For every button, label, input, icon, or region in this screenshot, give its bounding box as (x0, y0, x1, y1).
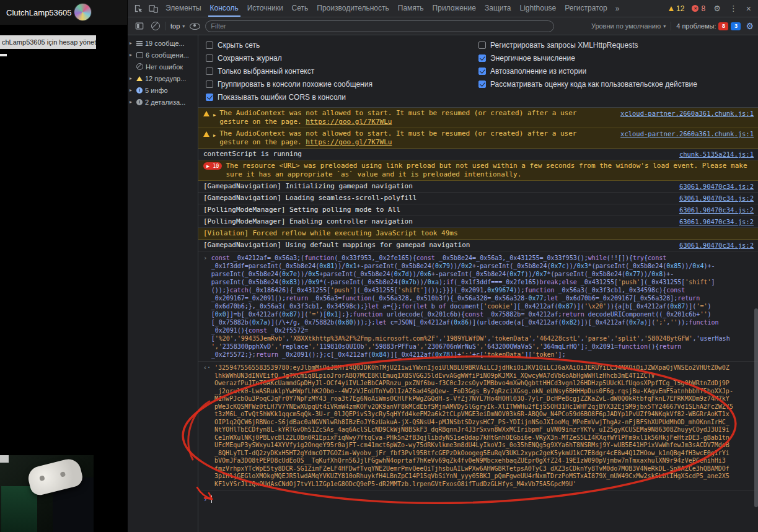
devtools-close-icon[interactable]: × (743, 4, 755, 14)
inline-link[interactable]: https://goo.gl/7K7WLu (306, 118, 392, 126)
console-message: [GamepadNavigation] Loading seamless-scr… (198, 193, 758, 204)
errors-badge[interactable]: × 8 (689, 4, 708, 13)
console-setting[interactable]: Показывать ошибки CORS в консоли (206, 90, 472, 103)
source-link[interactable]: xcloud-partner.2660a361.chunk.js:1 (620, 129, 754, 138)
expander-icon: ▸ (130, 87, 134, 93)
device-toolbar-icon[interactable] (146, 4, 160, 13)
console-prompt[interactable]: › (198, 491, 758, 507)
scrollbar-thumb[interactable] (754, 308, 758, 507)
setting-label: Скрыть сеть (218, 41, 260, 50)
live-expression-icon[interactable] (190, 23, 200, 30)
devtools-kebab-menu-icon[interactable]: ⋮ (726, 4, 741, 13)
console-setting[interactable]: Автозаполнение из истории (478, 64, 758, 77)
code-line: _0x6d70b6;},_0x56a3(_0x3f3cb1,_0x34598c)… (211, 302, 754, 310)
inspect-icon[interactable] (131, 4, 145, 13)
sidebar-filter-user[interactable]: ▸6 сообщени... (128, 49, 198, 61)
token-line: lhkWWhUN3dINVEifQ.JgTXCmiq8LpioJrorABQ7M… (214, 372, 754, 380)
sidebar-filter-info[interactable]: ▸i5 инфо (128, 84, 198, 96)
checkbox-unchecked[interactable] (206, 81, 213, 88)
sidebar-filter-warning[interactable]: ▸12 предупр... (128, 72, 198, 84)
checkbox-checked[interactable] (478, 68, 486, 75)
checkbox-checked[interactable] (206, 94, 213, 101)
tab-2[interactable]: Консоль (206, 0, 243, 17)
token-line: t3zM6L_oTvQt5hWKk1qqcm5qQk-3U-r_0lJQEPiv… (214, 411, 754, 419)
filter-input[interactable] (205, 20, 554, 32)
sidebar-filter-list[interactable]: ▸19 сообще... (128, 37, 198, 49)
sidebar-filter-no-errors[interactable]: Нет ошибок (128, 61, 198, 72)
gamertag: ClutchLamp53605 (0, 8, 72, 17)
checkbox-unchecked[interactable] (478, 41, 486, 49)
console-setting[interactable]: Группировать в консоли похожие сообщения (206, 77, 472, 90)
console-setting[interactable]: Скрыть сеть (206, 38, 472, 51)
checkbox-checked[interactable] (478, 55, 486, 62)
console-setting[interactable]: Рассматривать оценку кода как пользовате… (478, 77, 758, 90)
checkbox-unchecked[interactable] (206, 55, 213, 62)
sidebar-filter-verbose[interactable]: ▸i2 детализа... (128, 96, 198, 108)
source-link[interactable]: xcloud-partner.2660a361.chunk.js:1 (620, 109, 754, 118)
clear-console-icon[interactable] (151, 22, 160, 30)
checkbox-unchecked[interactable] (206, 41, 213, 49)
message-text: [PollingModeManager] Setting polling mod… (203, 206, 668, 214)
checkbox-checked[interactable] (478, 81, 486, 88)
tab-4[interactable]: Сеть (288, 0, 313, 17)
tab-7[interactable]: Приложение (428, 0, 480, 17)
tab-6[interactable]: Память (394, 0, 428, 17)
checkbox-unchecked[interactable] (206, 68, 213, 75)
devtools-settings-gear-icon[interactable]: ⚙ (710, 4, 725, 13)
console-message: [GamepadNavigation] Using default mappin… (198, 240, 758, 251)
tab-9[interactable]: Lighthouse (516, 0, 561, 17)
message-expander-icon[interactable]: ▶ (213, 111, 216, 120)
tab-3[interactable]: Источники (243, 0, 288, 17)
source-link[interactable]: 63061.90470c34.js:2 (679, 206, 754, 214)
text-cursor (211, 495, 212, 503)
setting-label: Энергичное вычисление (490, 54, 575, 63)
inline-link[interactable]: https://goo.gl/7K7WLu (306, 138, 392, 146)
log-levels-dropdown[interactable]: Уровни по умолчанию ▾ (591, 22, 666, 30)
code-line: parseInt(_0x5b8e24(0x7e))/0x5+parseInt(_… (211, 270, 754, 278)
console-settings-gear-icon[interactable]: ⚙ (746, 21, 754, 31)
source-link[interactable]: 63061.90470c34.js:2 (679, 217, 754, 226)
token-line: 3pIHljGEGloXMOkgMQEJR5lwdAMqYVKUZY810oRh… (214, 473, 754, 481)
scrollbar[interactable] (753, 35, 758, 532)
list-icon (136, 41, 143, 46)
source-link[interactable]: 63061.90470c34.js:2 (679, 182, 754, 191)
code-line: _0x209167=_0x2091();return _0x56a3=funct… (211, 294, 754, 302)
source-link[interactable]: 63061.90470c34.js:2 (679, 194, 754, 203)
expander-icon: ▸ (130, 99, 134, 105)
devtools-panel: ЭлементыКонсольИсточникиСетьПроизводител… (127, 0, 758, 532)
tab-1[interactable]: Элементы (161, 0, 206, 17)
setting-label: Группировать в консоли похожие сообщения (218, 80, 372, 89)
product-image[interactable] (0, 455, 94, 532)
console-main: Скрыть сетьСохранять журналТолько выбран… (198, 35, 758, 532)
user-icon (136, 52, 143, 58)
token-line: pWe3cKQSMFWz0tLH7V7YNEwXUpqUt4iVRmW4zmKO… (214, 403, 754, 411)
console-setting[interactable]: Энергичное вычисление (478, 51, 758, 64)
more-tabs-chevron[interactable]: » (613, 4, 622, 13)
token-output[interactable]: '3259475565583539780;eyJlbmMiOiJBMTI4Q0J… (214, 364, 754, 488)
tab-8[interactable]: Защита (480, 0, 516, 17)
page-header: ClutchLamp53605 (0, 0, 127, 25)
avatar[interactable] (74, 4, 91, 20)
repeat-count-badge[interactable]: ▶ 10 (203, 162, 222, 170)
account-banner: chLamp53605 için hesap yöneticisi (0, 35, 96, 49)
dash-decoration (0, 54, 7, 56)
source-link[interactable]: chunk-5135a214.js:1 (679, 150, 754, 159)
message-text: [GamepadNavigation] Loading seamless-scr… (203, 194, 668, 203)
token-line: OwerazfPuJTnTOAKcUammdGpDHyJl-OCf4yiIVLJ… (214, 380, 754, 388)
sidebar-filter-label: 19 сообще... (145, 40, 185, 47)
console-setting[interactable]: Только выбранный контекст (206, 64, 472, 77)
message-expander-icon[interactable]: ▶ (213, 131, 216, 140)
console-setting[interactable]: Сохранять журнал (206, 51, 472, 64)
issues-counter[interactable]: 4 проблемы: 8 3 (676, 22, 741, 30)
token-line: Ce1nWXulNKj0PBLvcBl22LOBn0R1EpixFiqNwy7Y… (214, 434, 754, 442)
message-text: The resource <URL> was preloaded using l… (226, 162, 754, 179)
warnings-badge[interactable]: 12 (666, 4, 687, 13)
source-link[interactable]: 63061.90470c34.js:2 (679, 241, 754, 250)
devtools-tabbar: ЭлементыКонсольИсточникиСетьПроизводител… (128, 0, 758, 17)
expander-icon: ▸ (130, 52, 134, 58)
context-selector[interactable]: top ▾ (170, 22, 185, 30)
console-setting[interactable]: Регистрировать запросы XMLHttpRequests (478, 38, 758, 51)
tab-10[interactable]: Регистратор (560, 0, 612, 17)
console-sidebar-toggle-icon[interactable] (133, 22, 146, 30)
tab-5[interactable]: Производительность (312, 0, 393, 17)
